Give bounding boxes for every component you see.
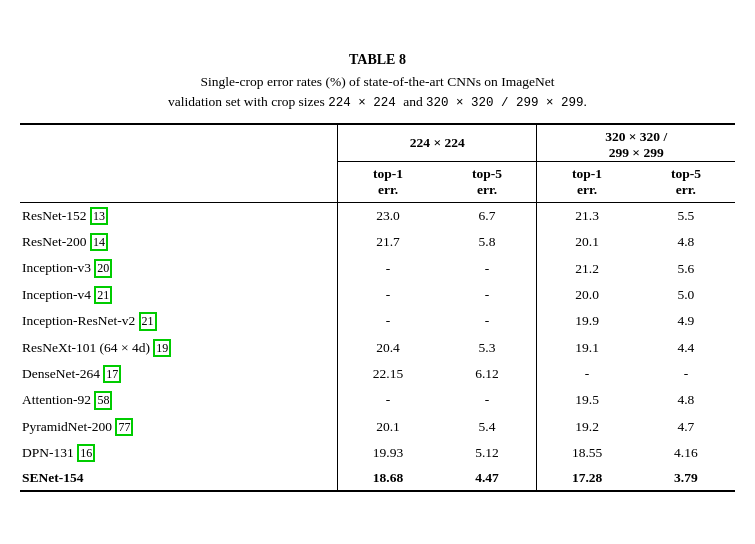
data-cell: 19.5 <box>537 387 637 413</box>
data-cell: 23.0 <box>338 202 438 229</box>
table-row: PyramidNet-200 7720.15.419.24.7 <box>20 414 735 440</box>
model-name-cell: PyramidNet-200 77 <box>20 414 338 440</box>
data-cell: 4.4 <box>637 335 735 361</box>
data-cell: - <box>338 387 438 413</box>
data-cell: - <box>438 308 537 334</box>
data-cell: 5.12 <box>438 440 537 466</box>
reference-link[interactable]: 17 <box>103 365 121 383</box>
data-cell: 19.2 <box>537 414 637 440</box>
data-cell: - <box>438 255 537 281</box>
data-cell: 3.79 <box>637 466 735 491</box>
table-row: Attention-92 58--19.54.8 <box>20 387 735 413</box>
model-name-cell: Attention-92 58 <box>20 387 338 413</box>
data-cell: - <box>438 387 537 413</box>
reference-link[interactable]: 20 <box>94 259 112 277</box>
data-cell: - <box>338 282 438 308</box>
reference-link[interactable]: 77 <box>115 418 133 436</box>
data-table: 224 × 224 320 × 320 /299 × 299 top-1err.… <box>20 123 735 493</box>
data-cell: 4.9 <box>637 308 735 334</box>
page-container: TABLE 8 Single-crop error rates (%) of s… <box>20 52 735 493</box>
data-cell: 6.7 <box>438 202 537 229</box>
caption-math2: 320 × 320 / 299 × 299 <box>426 96 584 110</box>
model-name-cell: ResNeXt-101 (64 × 4d) 19 <box>20 335 338 361</box>
data-cell: 5.8 <box>438 229 537 255</box>
col-top5-224: top-5err. <box>438 161 537 202</box>
reference-link[interactable]: 58 <box>94 391 112 409</box>
model-name-cell: Inception-v3 20 <box>20 255 338 281</box>
table-row: ResNet-152 1323.06.721.35.5 <box>20 202 735 229</box>
table-title: TABLE 8 <box>20 52 735 68</box>
data-cell: 22.15 <box>338 361 438 387</box>
reference-link[interactable]: 21 <box>94 286 112 304</box>
table-caption: Single-crop error rates (%) of state-of-… <box>20 72 735 113</box>
data-cell: 4.16 <box>637 440 735 466</box>
model-name-cell: Inception-v4 21 <box>20 282 338 308</box>
data-cell: 20.1 <box>537 229 637 255</box>
data-cell: 20.4 <box>338 335 438 361</box>
data-cell: 20.0 <box>537 282 637 308</box>
data-cell: 4.7 <box>637 414 735 440</box>
reference-link[interactable]: 21 <box>139 312 157 330</box>
data-cell: 19.9 <box>537 308 637 334</box>
data-cell: 19.93 <box>338 440 438 466</box>
data-cell: 21.7 <box>338 229 438 255</box>
data-cell: 21.2 <box>537 255 637 281</box>
col-top5-320: top-5err. <box>637 161 735 202</box>
data-cell: - <box>338 255 438 281</box>
table-row: Inception-v4 21--20.05.0 <box>20 282 735 308</box>
model-name-cell: SENet-154 <box>20 466 338 491</box>
caption-line2: validation set with crop sizes <box>168 94 325 109</box>
model-name-cell: DPN-131 16 <box>20 440 338 466</box>
col-top1-224: top-1err. <box>338 161 438 202</box>
caption-period: . <box>584 94 587 109</box>
data-cell: 4.8 <box>637 229 735 255</box>
table-row: SENet-15418.684.4717.283.79 <box>20 466 735 491</box>
data-cell: 4.8 <box>637 387 735 413</box>
data-cell: 18.55 <box>537 440 637 466</box>
model-col-header <box>20 124 338 203</box>
table-row: ResNeXt-101 (64 × 4d) 1920.45.319.14.4 <box>20 335 735 361</box>
table-row: Inception-ResNet-v2 21--19.94.9 <box>20 308 735 334</box>
group2-header: 320 × 320 /299 × 299 <box>537 124 735 162</box>
model-name-cell: ResNet-200 14 <box>20 229 338 255</box>
data-cell: - <box>338 308 438 334</box>
table-row: ResNet-200 1421.75.820.14.8 <box>20 229 735 255</box>
data-cell: 19.1 <box>537 335 637 361</box>
caption-line1: Single-crop error rates (%) of state-of-… <box>201 74 555 89</box>
data-cell: 5.4 <box>438 414 537 440</box>
table-body: ResNet-152 1323.06.721.35.5ResNet-200 14… <box>20 202 735 491</box>
model-name-cell: DenseNet-264 17 <box>20 361 338 387</box>
data-cell: 4.47 <box>438 466 537 491</box>
data-cell: 5.0 <box>637 282 735 308</box>
data-cell: 6.12 <box>438 361 537 387</box>
reference-link[interactable]: 14 <box>90 233 108 251</box>
data-cell: 21.3 <box>537 202 637 229</box>
caption-and: and <box>403 94 423 109</box>
reference-link[interactable]: 19 <box>153 339 171 357</box>
data-cell: 18.68 <box>338 466 438 491</box>
data-cell: 5.3 <box>438 335 537 361</box>
reference-link[interactable]: 16 <box>77 444 95 462</box>
col-top1-320: top-1err. <box>537 161 637 202</box>
data-cell: - <box>438 282 537 308</box>
data-cell: - <box>637 361 735 387</box>
data-cell: 17.28 <box>537 466 637 491</box>
table-row: DPN-131 1619.935.1218.554.16 <box>20 440 735 466</box>
reference-link[interactable]: 13 <box>90 207 108 225</box>
caption-math1: 224 × 224 <box>328 96 403 110</box>
data-cell: 5.5 <box>637 202 735 229</box>
group1-header: 224 × 224 <box>338 124 537 162</box>
data-cell: - <box>537 361 637 387</box>
data-cell: 20.1 <box>338 414 438 440</box>
model-name-cell: ResNet-152 13 <box>20 202 338 229</box>
table-row: DenseNet-264 1722.156.12-- <box>20 361 735 387</box>
table-row: Inception-v3 20--21.25.6 <box>20 255 735 281</box>
data-cell: 5.6 <box>637 255 735 281</box>
header-row-groups: 224 × 224 320 × 320 /299 × 299 <box>20 124 735 162</box>
model-name-cell: Inception-ResNet-v2 21 <box>20 308 338 334</box>
